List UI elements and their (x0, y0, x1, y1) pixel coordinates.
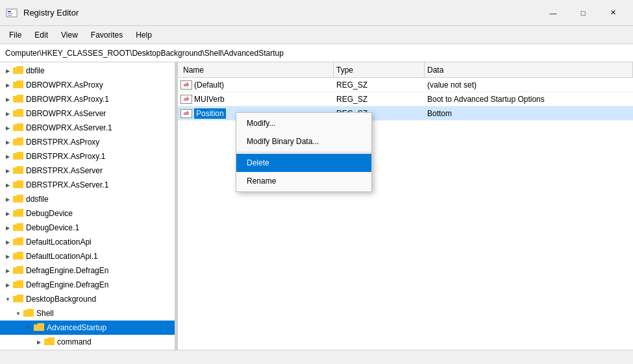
menu-help[interactable]: Help (129, 28, 158, 42)
expander-dbrowprx-asproxy[interactable] (3, 80, 13, 90)
ctx-item-modify[interactable]: Modify... (236, 114, 371, 132)
tree-label: DBROWPRX.AsProxy.1 (26, 95, 109, 104)
folder-icon (13, 223, 23, 233)
right-panel: Name Type Data ab (Default) REG_SZ (178, 62, 633, 350)
expander[interactable] (3, 237, 13, 247)
expander[interactable] (3, 123, 13, 133)
menu-view[interactable]: View (55, 28, 84, 42)
tree-label: DBRSTPRX.AsProxy (26, 138, 99, 147)
tree-item-advancedstartup[interactable]: AdvancedStartup (0, 321, 175, 335)
column-header-type[interactable]: Type (334, 62, 425, 77)
status-bar (0, 350, 633, 364)
tree-label-shell: Shell (36, 309, 54, 318)
folder-icon (34, 322, 44, 333)
tree-item-dbrstprx-asproxy1[interactable]: DBRSTPRX.AsProxy.1 (0, 149, 175, 164)
address-text[interactable]: Computer\HKEY_CLASSES_ROOT\DesktopBackgr… (5, 49, 628, 58)
expander[interactable] (3, 223, 13, 233)
address-bar: Computer\HKEY_CLASSES_ROOT\DesktopBackgr… (0, 44, 633, 62)
tree-label: DBRSTPRX.AsProxy.1 (26, 152, 105, 161)
folder-icon (23, 308, 34, 319)
menu-favorites[interactable]: Favorites (84, 28, 129, 42)
value-name-default: (Default) (194, 80, 224, 90)
tree-item-defragengine1[interactable]: DefragEngine.DefragEn (0, 263, 175, 278)
ctx-item-modify-binary[interactable]: Modify Binary Data... (236, 132, 371, 151)
ctx-item-delete[interactable]: Delete (236, 154, 371, 172)
cell-name-muiverb: ab MUIVerb (178, 95, 334, 104)
tree-label: DBRSTPRX.AsServer (26, 166, 103, 175)
tree-item-desktopbackground[interactable]: DesktopBackground (0, 292, 175, 306)
table-row-default[interactable]: ab (Default) REG_SZ (value not set) (178, 78, 633, 92)
tree-label: DefaultLocationApi (26, 237, 92, 247)
tree-item-dbrowprx-asproxy[interactable]: DBROWPRX.AsProxy (0, 78, 175, 92)
folder-icon (13, 294, 23, 304)
expander[interactable] (3, 137, 13, 147)
folder-icon (13, 237, 23, 247)
maximize-button[interactable]: □ (568, 3, 598, 23)
menu-file[interactable]: File (3, 28, 28, 42)
folder-icon (13, 108, 23, 119)
reg-icon-muiverb: ab (180, 95, 192, 104)
folder-icon (13, 137, 23, 147)
tree-item-dbrstprx-asserver1[interactable]: DBRSTPRX.AsServer.1 (0, 178, 175, 192)
folder-icon-dbfile (13, 66, 23, 76)
tree-item-shell[interactable]: Shell (0, 306, 175, 321)
tree-item-defragengine2[interactable]: DefragEngine.DefragEn (0, 278, 175, 292)
cell-data-default: (value not set) (425, 80, 633, 90)
tree-panel[interactable]: dbfile DBROWPRX.AsProxy DBROWPRX.AsProxy… (0, 62, 175, 350)
column-header-data[interactable]: Data (425, 62, 633, 77)
tree-item-defaultlocationapi1[interactable]: DefaultLocationApi.1 (0, 249, 175, 263)
expander-desktopbackground[interactable] (3, 294, 13, 304)
expander[interactable] (3, 151, 13, 162)
tree-item-dbfile[interactable]: dbfile (0, 64, 175, 78)
close-button[interactable]: ✕ (598, 3, 628, 23)
svg-rect-3 (8, 15, 12, 16)
table-row-muiverb[interactable]: ab MUIVerb REG_SZ Boot to Advanced Start… (178, 92, 633, 106)
tree-item-dbrstprx-asproxy[interactable]: DBRSTPRX.AsProxy (0, 135, 175, 149)
expander-shell[interactable] (13, 308, 23, 319)
column-header-name[interactable]: Name (178, 62, 334, 77)
expander[interactable] (3, 165, 13, 176)
tree-item-dbrowprx-asserver1[interactable]: DBROWPRX.AsServer.1 (0, 121, 175, 135)
tree-label: DBROWPRX.AsServer.1 (26, 123, 112, 132)
expander-dbfile[interactable] (3, 66, 13, 76)
folder-icon (13, 123, 23, 133)
expander[interactable] (3, 194, 13, 204)
tree-label-advancedstartup: AdvancedStartup (47, 323, 106, 332)
title-bar: Registry Editor — □ ✕ (0, 0, 633, 26)
cell-data-position: Bottom (425, 109, 633, 118)
folder-icon (13, 280, 23, 290)
ctx-item-rename[interactable]: Rename (236, 172, 371, 190)
reg-icon-position: ab (180, 109, 192, 118)
menu-edit[interactable]: Edit (28, 28, 55, 42)
folder-icon (13, 165, 23, 176)
minimize-button[interactable]: — (538, 3, 568, 23)
value-name-muiverb: MUIVerb (194, 95, 225, 104)
cell-data-muiverb: Boot to Advanced Startup Options (425, 95, 633, 104)
expander[interactable] (3, 280, 13, 290)
tree-item-debugdevice[interactable]: DebugDevice (0, 206, 175, 221)
expander[interactable] (3, 94, 13, 104)
expander[interactable] (3, 208, 13, 219)
value-name-position: Position (194, 108, 226, 119)
tree-item-dbrowprx-asserver[interactable]: DBROWPRX.AsServer (0, 106, 175, 121)
tree-item-dbrowprx-asproxy1[interactable]: DBROWPRX.AsProxy.1 (0, 92, 175, 106)
expander[interactable] (3, 251, 13, 261)
expander-command[interactable] (34, 337, 44, 347)
context-menu: Modify... Modify Binary Data... Delete R… (236, 112, 372, 192)
tree-item-dbrstprx-asserver[interactable]: DBRSTPRX.AsServer (0, 164, 175, 178)
tree-item-command[interactable]: command (0, 335, 175, 349)
menu-bar: File Edit View Favorites Help (0, 26, 633, 44)
expander[interactable] (3, 108, 13, 119)
tree-item-ddsfile[interactable]: ddsfile (0, 192, 175, 206)
tree-item-defaultlocationapi[interactable]: DefaultLocationApi (0, 235, 175, 249)
expander-advancedstartup[interactable] (23, 322, 34, 333)
tree-label: DefaultLocationApi.1 (26, 252, 98, 261)
tree-label-dbfile: dbfile (26, 66, 45, 75)
table-header: Name Type Data (178, 62, 633, 78)
tree-label: DBRSTPRX.AsServer.1 (26, 180, 108, 189)
tree-label: ddsfile (26, 195, 49, 204)
reg-icon-default: ab (180, 80, 192, 90)
expander[interactable] (3, 265, 13, 276)
expander[interactable] (3, 180, 13, 190)
tree-item-debugdevice1[interactable]: DebugDevice.1 (0, 221, 175, 235)
